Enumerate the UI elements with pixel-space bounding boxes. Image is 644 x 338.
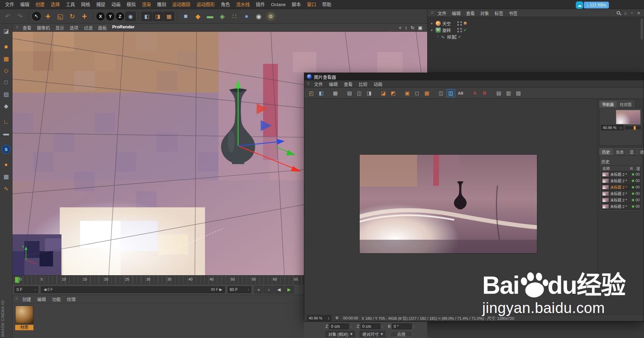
render-picture-viewer-icon[interactable]: ◨ [153,12,163,21]
object-row-sky[interactable]: ▾ 天空 [428,20,644,27]
visibility-dots-icon[interactable] [460,28,462,32]
scrollbar[interactable] [641,19,643,40]
object-manager-menu-item[interactable]: 编辑 [449,10,463,16]
stepper-icon[interactable]: ↕ [350,324,352,328]
menubar-item[interactable]: 脚本 [289,0,304,9]
history-row[interactable]: 未标题 2 * 00 [601,197,640,203]
stepper-icon[interactable]: ↕ [413,324,415,328]
visibility-dots-icon[interactable] [457,21,459,26]
rotate-tool-icon[interactable]: ↻ [67,10,78,22]
object-manager-menu-item[interactable]: 查看 [463,10,478,16]
clip-icon[interactable]: ◫ [355,89,364,97]
minimize-icon[interactable]: − [631,10,634,16]
add-spline-icon[interactable]: ◆ [192,10,204,22]
rotate-view-icon[interactable]: ↻ [411,25,415,30]
apply-button[interactable]: 应用 [390,331,412,337]
viewport-menu-item[interactable]: 显示 [53,24,67,31]
stepper-icon[interactable]: ↕ [248,288,249,291]
material-menu-item[interactable]: 功能 [49,296,64,302]
prev-frame-button[interactable]: ◀ [274,286,284,293]
menubar-item[interactable]: 渲染 [139,0,154,9]
history-row[interactable]: 未标题 2 * 00 [601,178,640,184]
compare-split-icon[interactable]: ◫ [446,89,455,97]
menubar-item[interactable]: 窗口 [304,0,319,9]
expand-icon[interactable]: ▾ [431,28,436,32]
material-preview-sphere[interactable] [15,306,33,324]
object-row-lathe[interactable]: ▾ ↻ 旋转 ✓ [428,27,644,33]
menubar-item[interactable]: 捕捉 [93,0,108,9]
model-mode-icon[interactable]: ■ [1,42,11,52]
side-tab[interactable]: 历史 [599,148,613,155]
make-editable-icon[interactable]: ◪ [1,26,11,36]
slider-next-icon[interactable]: ▶ [220,287,222,291]
side-tab[interactable]: 柱状图 [617,101,635,108]
menubar-item[interactable]: Octane [268,0,289,9]
paint-icon[interactable]: ● [1,160,11,170]
menubar-item[interactable]: 运动跟踪 [169,0,194,9]
side-tab[interactable]: 导航器 [599,101,617,108]
expand-icon[interactable]: ▾ [431,22,436,25]
menubar-item[interactable]: 角色 [218,0,233,9]
material-item[interactable]: 材质 [15,306,34,330]
history-table-header[interactable]: 名称 R 渲 [601,166,640,171]
menubar-item[interactable]: 帮助 [319,0,334,9]
save-icon[interactable]: ◧ [317,89,326,97]
add-dynamics-icon[interactable]: ● [241,10,252,22]
coord-mode-dropdown[interactable]: 对象 (相对)▾ [326,331,355,337]
frame-rgb-icon[interactable]: ▩ [422,89,431,97]
menubar-item[interactable]: 插件 [253,0,268,9]
side-tab[interactable]: 滤镜 [637,148,644,155]
history-row[interactable]: 未标题 2 * 00 [601,184,640,190]
scale-tool-icon[interactable]: ◱ [54,10,66,22]
panel-grip-icon[interactable]: ⠿ [430,11,435,15]
history-row[interactable]: 未标题 2 * 00 [601,203,640,210]
enabled-check-icon[interactable]: ✓ [463,28,467,32]
add-floor-icon[interactable]: ▬ [204,10,216,22]
object-manager-menu-item[interactable]: 对象 [478,10,492,16]
viewport-menu-item[interactable]: 过滤 [81,24,95,31]
tweak-mode-icon[interactable]: ◆ [1,101,11,111]
channel-b-icon[interactable]: B [480,89,489,97]
ab-label-icon[interactable]: AB [456,89,465,97]
add-deformer-icon[interactable]: ◈ [216,10,228,22]
picture-viewer-menu-item[interactable]: 查看 [341,81,356,87]
coord-value-field[interactable]: 0 cm [329,323,349,329]
move-tool-icon[interactable]: + [42,10,54,22]
add-array-icon[interactable]: ∷ [229,10,240,22]
menubar-item[interactable]: 选择 [48,0,63,9]
picture-viewer-menu-item[interactable]: 编辑 [326,81,341,87]
cloud-network-icon[interactable]: ☁ [576,1,583,9]
current-frame-field[interactable]: 0 F↕ [15,286,38,293]
visibility-dots-icon[interactable] [457,28,459,32]
toggle-view-icon[interactable]: ▣ [418,25,422,30]
slider-knob[interactable] [634,126,636,130]
open-icon[interactable]: ◰ [307,89,316,97]
workplane-icon[interactable]: ▬ [1,129,11,138]
last-used-tool-icon[interactable]: + [79,10,90,22]
object-manager-menu-item[interactable]: 文件 [435,10,449,16]
channel-a-icon[interactable]: A [470,89,479,97]
end-frame-field[interactable]: 90 F↕ [228,286,251,293]
navigator-thumbnail[interactable] [616,110,640,124]
prev-key-button[interactable]: ‹ [264,286,274,293]
menubar-item[interactable]: 网格 [78,0,93,9]
coord-value-field[interactable]: 0 cm [361,323,380,329]
polygon-mode-icon[interactable]: ▤ [1,89,11,99]
actor-icon[interactable]: ◨ [365,89,373,97]
z-axis-lock-icon[interactable]: Z [115,12,125,21]
play-knob-button[interactable]: ▸ [335,315,340,320]
texture-mode-icon[interactable]: ▦ [1,54,11,63]
goto-start-button[interactable]: « [254,286,263,293]
panel-grip-icon[interactable]: ⠿ [15,25,20,30]
frame-range-slider[interactable]: ◀ 0 F 90 F ▶ [41,286,225,293]
point-mode-icon[interactable]: ◇ [1,66,11,75]
x-axis-lock-icon[interactable]: X [96,12,105,21]
coordinate-system-icon[interactable]: ◉ [125,12,136,21]
slider-prev-icon[interactable]: ◀ [44,287,46,291]
filmstrip-icon[interactable]: ▤ [494,89,503,97]
object-manager-menu-item[interactable]: 书签 [506,10,520,16]
menubar-item[interactable]: 文件 [2,0,17,9]
menubar-item[interactable]: 模拟 [124,0,139,9]
render-settings-icon[interactable]: ▦ [164,12,174,21]
object-manager-menu-item[interactable]: 标签 [492,10,506,16]
